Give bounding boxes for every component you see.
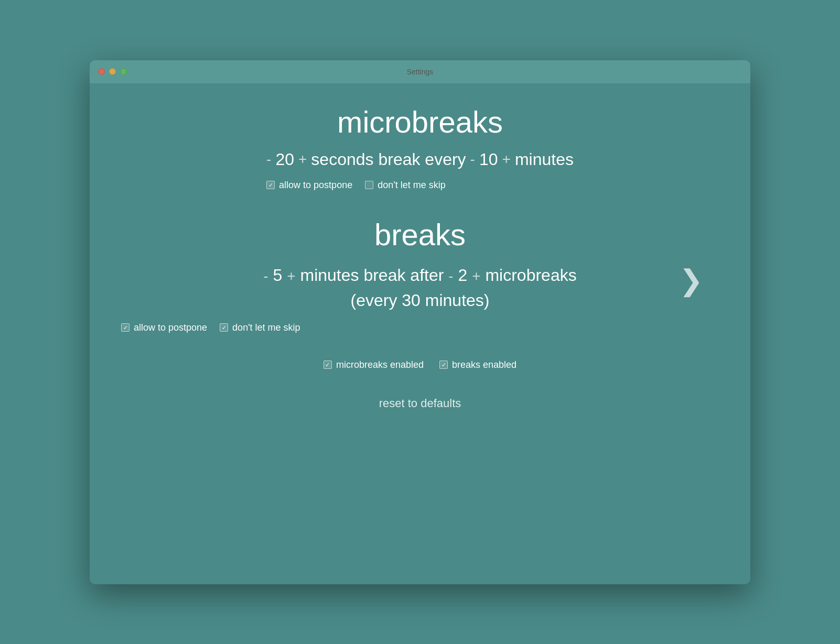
microbreaks-config: - 20 + seconds break every - 10 + minute… (266, 150, 574, 169)
close-button[interactable] (98, 68, 105, 75)
breaks-area: breaks - 5 + minutes break after - 2 + m… (121, 212, 719, 349)
maximize-button[interactable] (120, 68, 127, 75)
microbreak-interval-value: 10 (479, 150, 498, 169)
microbreak-duration-unit: seconds break every (311, 150, 466, 169)
breaks-checkboxes: allow to postpone don't let me skip (121, 322, 719, 333)
microbreak-postpone-item[interactable]: allow to postpone (266, 180, 352, 191)
breaks-config: - 5 + minutes break after - 2 + microbre… (121, 263, 719, 313)
reset-defaults-button[interactable]: reset to defaults (379, 397, 461, 410)
break-postpone-item[interactable]: allow to postpone (121, 322, 207, 333)
breaks-enabled-item[interactable]: breaks enabled (439, 359, 516, 370)
minimize-button[interactable] (109, 68, 116, 75)
content-area: microbreaks - 20 + seconds break every -… (90, 83, 750, 584)
break-duration-value: 5 (273, 266, 283, 285)
microbreak-interval-minus[interactable]: - (470, 151, 475, 168)
next-arrow[interactable]: ❯ (679, 266, 703, 294)
break-skip-label: don't let me skip (232, 322, 300, 333)
settings-window: Settings microbreaks - 20 + seconds brea… (90, 60, 750, 584)
breaks-enabled-checkbox[interactable] (439, 361, 448, 369)
break-duration-minus[interactable]: - (263, 265, 268, 287)
microbreak-duration-minus[interactable]: - (266, 151, 271, 168)
break-every-text: (every 30 minutes) (351, 291, 490, 310)
breaks-enabled-label: breaks enabled (452, 359, 516, 370)
break-skip-item[interactable]: don't let me skip (220, 322, 300, 333)
microbreak-skip-label: don't let me skip (378, 180, 446, 191)
break-count-unit: microbreaks (485, 266, 576, 285)
enabled-row: microbreaks enabled breaks enabled (324, 359, 516, 370)
microbreaks-enabled-item[interactable]: microbreaks enabled (324, 359, 424, 370)
break-duration-plus[interactable]: + (287, 265, 295, 287)
microbreaks-checkboxes: allow to postpone don't let me skip (266, 180, 574, 191)
window-title: Settings (407, 68, 434, 76)
break-count-value: 2 (458, 266, 467, 285)
microbreaks-enabled-label: microbreaks enabled (336, 359, 424, 370)
microbreaks-enabled-checkbox[interactable] (324, 361, 332, 369)
title-bar: Settings (90, 60, 750, 83)
break-duration-unit: minutes break after (300, 266, 444, 285)
break-postpone-label: allow to postpone (134, 322, 207, 333)
microbreaks-title: microbreaks (266, 104, 574, 139)
microbreak-duration-value: 20 (275, 150, 294, 169)
microbreak-skip-checkbox[interactable] (365, 181, 373, 189)
microbreak-interval-plus[interactable]: + (502, 151, 511, 168)
microbreak-interval-unit: minutes (515, 150, 574, 169)
microbreaks-section: microbreaks - 20 + seconds break every -… (266, 104, 574, 206)
breaks-title: breaks (121, 217, 719, 252)
bottom-section: microbreaks enabled breaks enabled reset… (324, 359, 516, 410)
break-postpone-checkbox[interactable] (121, 323, 130, 332)
break-count-plus[interactable]: + (472, 265, 480, 287)
breaks-section: breaks - 5 + minutes break after - 2 + m… (121, 217, 719, 333)
microbreak-duration-plus[interactable]: + (298, 151, 307, 168)
microbreak-postpone-label: allow to postpone (279, 180, 352, 191)
microbreak-postpone-checkbox[interactable] (266, 181, 275, 189)
break-count-minus[interactable]: - (448, 265, 453, 287)
break-skip-checkbox[interactable] (220, 323, 228, 332)
microbreak-skip-item[interactable]: don't let me skip (365, 180, 446, 191)
traffic-lights (98, 68, 127, 75)
